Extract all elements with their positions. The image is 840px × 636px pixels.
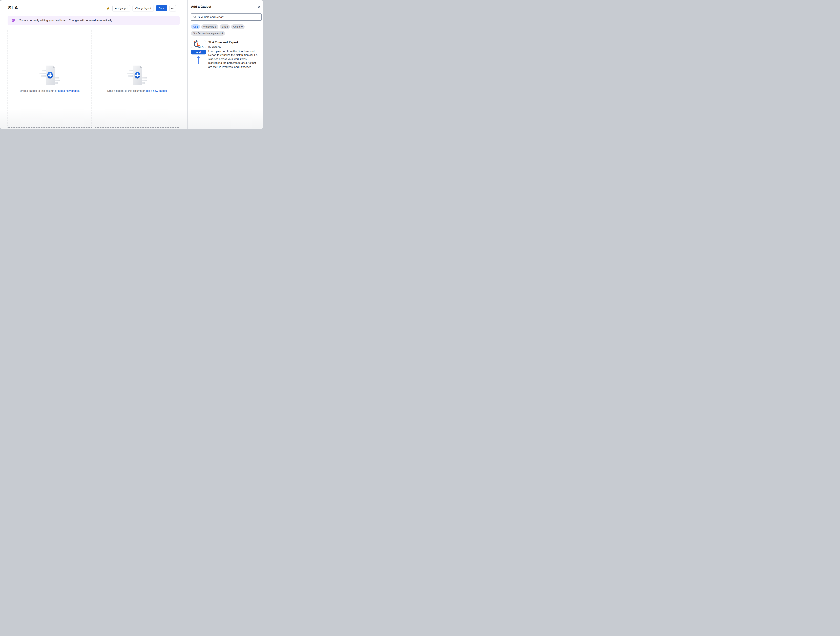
gadget-search-field[interactable] [191, 13, 262, 21]
page-title: SLA [8, 5, 18, 11]
dashboard-window: SLA Add gadget Change layout Done You ar… [0, 0, 263, 129]
filter-chip-all[interactable]: All1 [191, 24, 200, 29]
gadget-logo: SLA [191, 40, 206, 48]
sla-logo-text: SLA [198, 45, 204, 48]
add-gadget-panel: Add a Gadget All1 Wallboard0 Jira0 Chart… [188, 0, 263, 129]
gadget-description: Use a pie chart from the SLA Time and Re… [208, 49, 262, 69]
filter-chip-charts[interactable]: Charts0 [231, 24, 245, 29]
arrow-up-annotation [196, 55, 201, 65]
filter-chip-jira[interactable]: Jira0 [220, 24, 230, 29]
change-layout-button[interactable]: Change layout [133, 5, 154, 11]
add-new-gadget-link[interactable]: add a new gadget [58, 89, 79, 92]
column-placeholder-text: Drag a gadget to this column or add a ne… [107, 89, 167, 92]
filter-chips: All1 Wallboard0 Jira0 Charts0 Jira Servi… [191, 24, 262, 36]
chip-count: 1 [197, 25, 198, 28]
chip-count: 0 [226, 25, 228, 28]
note-edit-icon [11, 19, 15, 22]
done-button[interactable]: Done [156, 5, 167, 11]
chip-label: All [193, 25, 196, 28]
chip-label: Jira [222, 25, 226, 28]
ellipsis-icon [171, 8, 174, 9]
column-placeholder-text: Drag a gadget to this column or add a ne… [20, 89, 80, 92]
panel-title: Add a Gadget [191, 5, 211, 9]
chip-count: 0 [221, 32, 223, 35]
empty-column-illustration [126, 65, 148, 85]
add-gadget-to-dashboard-button[interactable]: Add [191, 50, 206, 54]
chip-count: 0 [241, 25, 243, 28]
empty-column-illustration [39, 65, 61, 85]
chip-label: Jira Service Management [193, 32, 221, 35]
dashboard-column-1[interactable]: Drag a gadget to this column or add a ne… [8, 30, 92, 128]
add-gadget-button[interactable]: Add gadget [112, 5, 130, 11]
chip-count: 0 [215, 25, 216, 28]
chip-label: Wallboard [203, 25, 214, 28]
sla-stopwatch-icon: SLA [193, 40, 204, 48]
drag-hint-text: Drag a gadget to this column or [20, 89, 57, 92]
search-icon [193, 16, 196, 19]
gadget-search-input[interactable] [198, 16, 259, 19]
drag-hint-text: Drag a gadget to this column or [107, 89, 145, 92]
add-new-gadget-link[interactable]: add a new gadget [145, 89, 167, 92]
editing-banner: You are currently editing your dashboard… [8, 16, 180, 25]
close-icon[interactable] [257, 5, 261, 9]
filter-chip-jsm[interactable]: Jira Service Management0 [191, 31, 225, 36]
dashboard-column-2[interactable]: Drag a gadget to this column or add a ne… [95, 30, 179, 128]
toolbar: Add gadget Change layout Done [106, 5, 176, 11]
gadget-vendor: By SaaSJet [208, 45, 221, 48]
gadget-name: SLA Time and Report [208, 41, 238, 44]
more-actions-button[interactable] [169, 5, 176, 11]
chip-label: Charts [233, 25, 240, 28]
editing-banner-text: You are currently editing your dashboard… [19, 19, 113, 22]
favorite-star-icon[interactable] [106, 6, 110, 10]
filter-chip-wallboard[interactable]: Wallboard0 [201, 24, 218, 29]
